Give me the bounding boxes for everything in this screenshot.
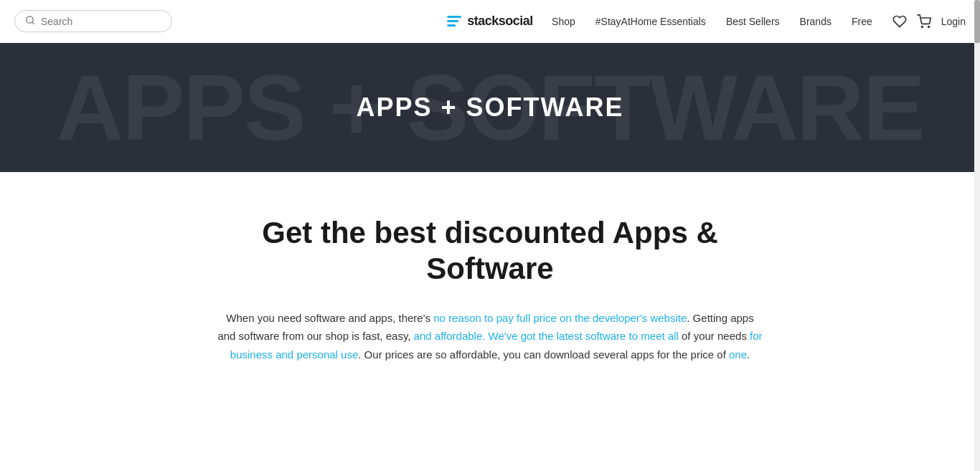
logo[interactable]: stacksocial xyxy=(447,14,533,29)
highlight-latest: latest software to meet xyxy=(557,330,665,342)
header: stacksocial Shop #StayAtHome Essentials … xyxy=(0,0,980,43)
nav-item-brands[interactable]: Brands xyxy=(800,16,831,27)
svg-line-1 xyxy=(32,22,34,24)
header-actions: Login xyxy=(892,14,966,29)
main-description: When you need software and apps, there's… xyxy=(217,309,763,364)
logo-icon xyxy=(447,16,461,27)
nav-links: Shop #StayAtHome Essentials Best Sellers… xyxy=(552,14,966,29)
nav-item-bestsellers[interactable]: Best Sellers xyxy=(726,16,780,27)
scrollbar[interactable] xyxy=(974,0,980,392)
highlight-all: all xyxy=(668,330,679,342)
nav-item-free[interactable]: Free xyxy=(852,16,872,27)
wishlist-button[interactable] xyxy=(892,14,907,29)
search-input[interactable] xyxy=(41,16,161,27)
hero-banner: APPS + SOFTWARE APPS + SOFTWARE xyxy=(0,43,980,172)
highlight-affordable: and affordable. We've got the xyxy=(414,330,554,342)
nav-item-stayathome[interactable]: #StayAtHome Essentials xyxy=(595,16,706,27)
search-box[interactable] xyxy=(14,10,172,32)
cart-button[interactable] xyxy=(917,14,931,29)
header-left xyxy=(14,10,172,32)
svg-point-3 xyxy=(928,26,930,27)
highlight-no-reason: no reason to pay full price on the devel… xyxy=(433,312,687,324)
scrollbar-thumb[interactable] xyxy=(974,0,980,43)
svg-point-2 xyxy=(921,26,923,27)
main-heading: Get the best discounted Apps & Software xyxy=(196,215,784,287)
nav-item-shop[interactable]: Shop xyxy=(552,16,575,27)
login-link[interactable]: Login xyxy=(941,16,966,27)
hero-title: APPS + SOFTWARE xyxy=(356,92,623,123)
main-content: Get the best discounted Apps & Software … xyxy=(182,172,798,392)
search-icon xyxy=(25,15,35,27)
highlight-one: one xyxy=(729,348,747,361)
logo-text: stacksocial xyxy=(467,14,533,29)
